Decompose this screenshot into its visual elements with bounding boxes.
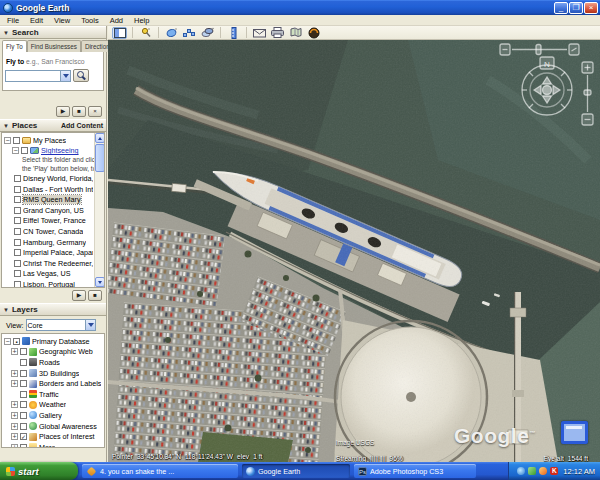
checkbox[interactable]	[21, 147, 28, 154]
expander-icon[interactable]: −	[4, 137, 11, 144]
tray-green-icon[interactable]	[528, 467, 536, 475]
clear-results-button[interactable]: ×	[88, 106, 102, 117]
stop-tour-button[interactable]: ■	[88, 290, 102, 301]
list-item[interactable]: Dallas - Fort Worth Internatio	[4, 184, 93, 195]
layer-weather[interactable]: +Weather	[4, 400, 104, 411]
checkbox[interactable]	[14, 239, 21, 246]
tray-antivirus-icon[interactable]: K	[550, 467, 558, 475]
checkbox[interactable]	[14, 228, 21, 235]
add-image-overlay-button[interactable]	[200, 27, 215, 39]
checkbox[interactable]	[20, 348, 27, 355]
expander-icon[interactable]: +	[11, 380, 18, 387]
ruler-button[interactable]	[226, 27, 241, 39]
navigation-controls[interactable]: N	[455, 40, 600, 162]
taskbar-item-photoshop[interactable]: Ps Adobe Photoshop CS3	[354, 464, 476, 478]
checkbox[interactable]	[14, 186, 21, 193]
expander-icon[interactable]: +	[11, 348, 18, 355]
expander-icon[interactable]: +	[11, 423, 18, 430]
layer-traffic[interactable]: Traffic	[4, 389, 104, 400]
list-item[interactable]: Eiffel Tower, France	[4, 216, 93, 227]
layer-global-awareness[interactable]: +Global Awareness	[4, 421, 104, 432]
list-item[interactable]: Christ The Redeemer, Brazil	[4, 258, 93, 269]
layer-primary-database[interactable]: −▪Primary Database	[4, 336, 104, 347]
checkbox[interactable]	[14, 207, 21, 214]
checkbox[interactable]	[14, 260, 21, 267]
menu-view[interactable]: View	[49, 16, 75, 25]
map-viewport[interactable]: N Image USGS Google™ Pointer 33°45'10.34…	[108, 40, 600, 462]
search-button[interactable]	[73, 69, 89, 82]
list-item[interactable]: CN Tower, Canada	[4, 226, 93, 237]
layer-roads[interactable]: Roads	[4, 357, 104, 368]
add-path-button[interactable]	[182, 27, 197, 39]
play-results-button[interactable]: ▶	[56, 106, 70, 117]
checkbox[interactable]	[20, 444, 27, 448]
scroll-down-button[interactable]	[95, 277, 105, 287]
stop-results-button[interactable]: ■	[72, 106, 86, 117]
list-item[interactable]: Imperial Palace, Japan	[4, 247, 93, 258]
layer-geographic-web[interactable]: +Geographic Web	[4, 347, 104, 358]
tab-find-businesses[interactable]: Find Businesses	[27, 40, 81, 52]
menu-file[interactable]: File	[2, 16, 24, 25]
layer-places-of-interest[interactable]: +✓Places of Interest	[4, 431, 104, 442]
layers-view-select[interactable]	[26, 319, 96, 331]
list-item[interactable]: Las Vegas, US	[4, 269, 93, 280]
checkbox[interactable]	[20, 412, 27, 419]
fly-to-input[interactable]	[6, 71, 60, 81]
checkbox[interactable]: ✓	[20, 433, 27, 440]
scroll-up-button[interactable]	[95, 133, 105, 143]
expander-icon[interactable]: +	[11, 370, 18, 377]
checkbox[interactable]	[20, 423, 27, 430]
expander-icon[interactable]: −	[12, 147, 19, 154]
combobox-dropdown-button[interactable]	[60, 71, 70, 81]
expander-icon[interactable]: +	[11, 401, 18, 408]
add-content-button[interactable]: Add Content	[61, 122, 103, 129]
list-item[interactable]: Hamburg, Germany	[4, 237, 93, 248]
tree-item-sightseeing[interactable]: − Sightseeing	[4, 146, 93, 157]
checkbox[interactable]	[14, 217, 21, 224]
checkbox[interactable]	[14, 196, 21, 203]
places-panel-header[interactable]: ▼ Places Add Content	[0, 119, 106, 132]
menu-edit[interactable]: Edit	[25, 16, 48, 25]
list-item[interactable]: Disney World, Florida, USA	[4, 173, 93, 184]
places-scrollbar[interactable]	[94, 133, 104, 287]
play-tour-button[interactable]: ▶	[72, 290, 86, 301]
expander-icon[interactable]: −	[4, 338, 11, 345]
expander-icon[interactable]: +	[11, 433, 18, 440]
tab-fly-to[interactable]: Fly To	[2, 40, 27, 52]
layers-panel-header[interactable]: ▼ Layers	[0, 303, 106, 316]
minimize-button[interactable]: _	[554, 2, 568, 14]
email-button[interactable]	[252, 27, 267, 39]
search-panel-header[interactable]: ▼ Search	[0, 26, 106, 39]
taskbar-item-document[interactable]: 4. you can shake the ...	[82, 464, 238, 478]
taskbar-item-google-earth[interactable]: Google Earth	[242, 464, 350, 478]
menu-add[interactable]: Add	[105, 16, 128, 25]
layer-3d-buildings[interactable]: +3D Buildings	[4, 368, 104, 379]
checkbox[interactable]	[20, 380, 27, 387]
tray-orange-icon[interactable]	[539, 467, 547, 475]
list-item[interactable]: Grand Canyon, US	[4, 205, 93, 216]
expander-icon[interactable]: +	[11, 444, 18, 448]
checkbox[interactable]	[20, 391, 27, 398]
checkbox[interactable]	[14, 175, 21, 182]
close-button[interactable]: ×	[584, 2, 598, 14]
hide-sidebar-button[interactable]	[112, 27, 127, 39]
layer-more[interactable]: +More	[4, 442, 104, 448]
google-earth-globe-button[interactable]	[306, 27, 321, 39]
scrollbar-thumb[interactable]	[95, 144, 105, 172]
checkbox[interactable]	[20, 401, 27, 408]
checkbox[interactable]	[14, 281, 21, 288]
tree-item-my-places[interactable]: − My Places	[4, 135, 93, 146]
checkbox[interactable]	[20, 370, 27, 377]
checkbox[interactable]	[20, 359, 27, 366]
checkbox[interactable]	[14, 270, 21, 277]
view-in-google-maps-button[interactable]	[288, 27, 303, 39]
layer-borders-labels[interactable]: +Borders and Labels	[4, 378, 104, 389]
checkbox[interactable]	[13, 137, 20, 144]
checkbox[interactable]	[14, 249, 21, 256]
list-item[interactable]: Lisbon, Portugal	[4, 279, 93, 288]
add-polygon-button[interactable]	[164, 27, 179, 39]
checkbox[interactable]: ▪	[13, 338, 20, 345]
list-item-selected[interactable]: RMS Queen Mary	[4, 194, 93, 205]
layer-gallery[interactable]: +Gallery	[4, 410, 104, 421]
restore-button[interactable]: ❐	[569, 2, 583, 14]
